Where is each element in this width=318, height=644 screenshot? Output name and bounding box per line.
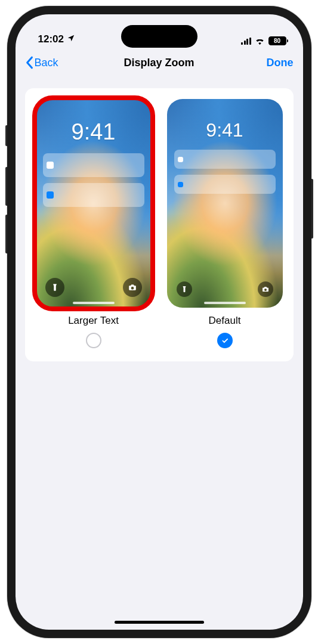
- nav-bar: Back Display Zoom Done: [16, 49, 303, 76]
- zoom-options-card: 9:41 Larger Text: [25, 88, 294, 361]
- camera-icon: [258, 281, 273, 297]
- battery-icon: 80: [268, 36, 286, 45]
- option-default[interactable]: 9:41 Default: [165, 99, 285, 348]
- cellular-icon: [241, 38, 251, 45]
- flashlight-icon: [177, 281, 192, 297]
- back-button[interactable]: Back: [25, 56, 79, 69]
- wifi-icon: [255, 37, 265, 45]
- status-time: 12:02: [38, 33, 64, 45]
- done-button[interactable]: Done: [240, 57, 294, 69]
- preview-notification: [174, 150, 276, 169]
- back-label: Back: [35, 57, 58, 69]
- radio-larger-text[interactable]: [86, 333, 101, 348]
- option-label: Default: [209, 315, 241, 327]
- preview-default: 9:41: [167, 99, 283, 308]
- radio-default[interactable]: [217, 333, 233, 348]
- option-larger-text[interactable]: 9:41 Larger Text: [33, 99, 154, 348]
- dynamic-island: [121, 25, 197, 48]
- location-icon: [67, 33, 75, 45]
- device-frame: 12:02 80 Back Display Zoom Done: [7, 6, 311, 638]
- preview-time: 9:41: [167, 119, 283, 141]
- option-label: Larger Text: [68, 315, 119, 327]
- home-indicator[interactable]: [115, 621, 204, 624]
- preview-notification: [174, 175, 276, 194]
- highlight-ring: [32, 95, 155, 311]
- page-title: Display Zoom: [124, 57, 194, 69]
- screen: 12:02 80 Back Display Zoom Done: [16, 14, 303, 630]
